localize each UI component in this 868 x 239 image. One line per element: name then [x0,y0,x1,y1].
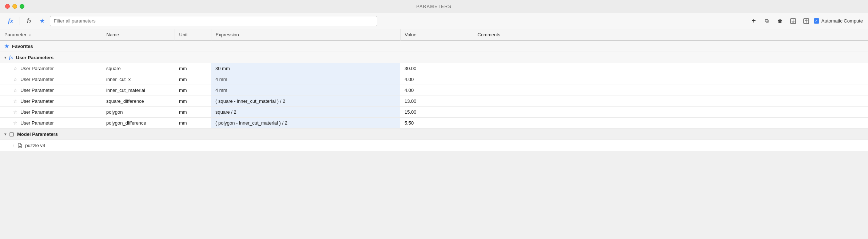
row-0-unit: mm [175,63,211,74]
table-row[interactable]: ☆ User Parameter polygon_difference mm (… [0,118,868,129]
row-4-name: polygon [102,107,175,118]
param-cell-2: ☆ User Parameter [0,85,102,96]
row-1-unit: mm [175,74,211,85]
param-cell-4: ☆ User Parameter [0,107,102,118]
parameters-table-container: Parameter ▾ Name Unit Expression Value C… [0,29,868,151]
row-5-parameter: User Parameter [20,120,54,126]
row-4-unit: mm [175,107,211,118]
row-1-comments [473,74,868,85]
row-5-expression[interactable]: ( polygon - inner_cut_material ) / 2 [211,118,400,129]
col-header-parameter[interactable]: Parameter ▾ [0,29,102,41]
puzzle-expression [211,140,400,151]
add-button[interactable]: + [748,16,759,26]
row-1-parameter: User Parameter [20,77,54,82]
model-params-section-cell: ▾ Model Parameters [0,129,868,140]
puzzle-file-icon [17,142,22,148]
row-5-value: 5.50 [400,118,473,129]
model-params-chevron[interactable]: ▾ [4,132,6,136]
row-0-star-icon[interactable]: ☆ [13,66,17,71]
toolbar: fx f2 ★ + ⧉ 🗑 ✓ Automatic Compute [0,13,868,29]
sort-arrow-parameter: ▾ [29,33,31,37]
delete-button[interactable]: 🗑 [775,16,785,26]
close-button[interactable] [5,4,10,9]
favorites-star-icon: ★ [4,43,9,49]
row-5-unit: mm [175,118,211,129]
param-cell-5: ☆ User Parameter [0,118,102,129]
col-header-comments: Comments [473,29,868,41]
table-row[interactable]: ☆ User Parameter polygon mm square / 2 1… [0,107,868,118]
model-params-cube-icon [9,131,14,137]
auto-compute-checkbox[interactable]: ✓ [814,18,819,24]
puzzle-name [102,140,175,151]
row-2-parameter: User Parameter [20,88,54,93]
row-0-expression[interactable]: 30 mm [211,63,400,74]
table-row[interactable]: ☆ User Parameter square_difference mm ( … [0,96,868,107]
toolbar-actions: + ⧉ 🗑 ✓ Automatic Compute [748,16,863,26]
table-row[interactable]: ☆ User Parameter inner_cut_x mm 4 mm 4.0… [0,74,868,85]
row-3-expression[interactable]: ( square - inner_cut_material ) / 2 [211,96,400,107]
row-2-unit: mm [175,85,211,96]
row-0-comments [473,63,868,74]
col-header-unit: Unit [175,29,211,41]
puzzle-cell: › puzzle v4 [0,140,102,151]
row-0-parameter: User Parameter [20,66,54,71]
row-0-value: 30.00 [400,63,473,74]
puzzle-label: puzzle v4 [25,143,45,148]
table-row[interactable]: ☆ User Parameter square mm 30 mm 30.00 [0,63,868,74]
row-4-star-icon[interactable]: ☆ [13,109,17,115]
row-5-star-icon[interactable]: ☆ [13,120,17,126]
import-button[interactable] [801,16,812,26]
auto-compute-label: Automatic Compute [821,18,863,24]
favorites-section-label: Favorites [12,44,33,49]
svg-rect-2 [10,133,13,136]
row-2-star-icon[interactable]: ☆ [13,88,17,93]
maximize-button[interactable] [20,4,24,9]
table-header-row: Parameter ▾ Name Unit Expression Value C… [0,29,868,41]
param-cell-3: ☆ User Parameter [0,96,102,107]
fx-button[interactable]: fx [5,16,16,26]
puzzle-value [400,140,473,151]
minimize-button[interactable] [12,4,17,9]
col-header-value: Value [400,29,473,41]
row-1-expression[interactable]: 4 mm [211,74,400,85]
copy-button[interactable]: ⧉ [761,16,772,26]
fx2-button[interactable]: f2 [24,16,35,26]
model-params-section-label: Model Parameters [17,131,58,137]
row-0-name: square [102,63,175,74]
favorites-button[interactable]: ★ [37,16,48,26]
row-3-name: square_difference [102,96,175,107]
filter-input[interactable] [50,16,377,26]
window-controls[interactable] [5,4,24,9]
col-header-expression: Expression [211,29,400,41]
user-params-chevron[interactable]: ▾ [4,56,6,60]
table-row[interactable]: ☆ User Parameter inner_cut_material mm 4… [0,85,868,96]
row-4-comments [473,107,868,118]
window-title: PARAMETERS [417,4,452,9]
row-5-comments [473,118,868,129]
user-params-section-label: User Parameters [16,55,53,60]
row-2-value: 4.00 [400,85,473,96]
param-cell-0: ☆ User Parameter [0,63,102,74]
row-2-name: inner_cut_material [102,85,175,96]
puzzle-row[interactable]: › puzzle v4 [0,140,868,151]
export-button[interactable] [788,16,799,26]
row-4-value: 15.00 [400,107,473,118]
row-3-unit: mm [175,96,211,107]
row-3-star-icon[interactable]: ☆ [13,98,17,104]
param-cell-1: ☆ User Parameter [0,74,102,85]
row-3-parameter: User Parameter [20,98,54,104]
row-1-name: inner_cut_x [102,74,175,85]
parameters-table: Parameter ▾ Name Unit Expression Value C… [0,29,868,151]
row-3-value: 13.00 [400,96,473,107]
title-bar: PARAMETERS [0,0,868,13]
row-4-parameter: User Parameter [20,109,54,115]
row-1-star-icon[interactable]: ☆ [13,77,17,82]
user-params-section-row: ▾ fx User Parameters [0,52,868,63]
favorites-section-row: ★ Favorites [0,41,868,52]
puzzle-chevron[interactable]: › [13,143,14,147]
puzzle-unit [175,140,211,151]
model-params-section-row: ▾ Model Parameters [0,129,868,140]
row-4-expression[interactable]: square / 2 [211,107,400,118]
row-2-expression[interactable]: 4 mm [211,85,400,96]
user-params-fx-icon: fx [9,54,13,60]
